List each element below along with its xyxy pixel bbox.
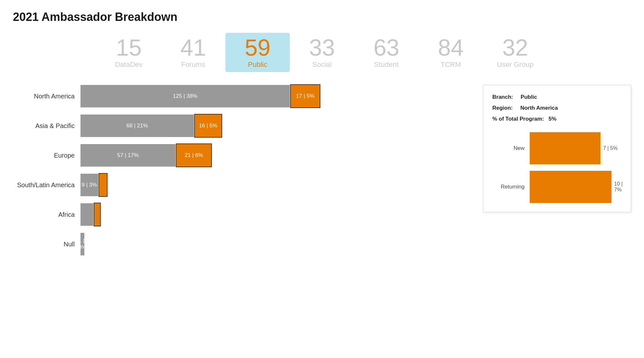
nav-number-social: 33 xyxy=(309,36,335,59)
bar-orange[interactable] xyxy=(94,203,100,226)
branch-value: Public xyxy=(521,94,537,100)
nav-item-usergroup[interactable]: 32 User Group xyxy=(483,33,547,72)
nav-item-student[interactable]: 63 Student xyxy=(354,33,419,72)
branch-label: Branch: xyxy=(492,94,513,100)
nav-label-student: Student xyxy=(374,60,399,69)
tooltip-new-value: 7 | 5% xyxy=(603,145,618,151)
bar-gray[interactable]: 1 | 0% xyxy=(80,233,84,255)
bar-container: 9 | 3% xyxy=(80,174,470,196)
bar-container xyxy=(80,203,470,226)
nav-number-tcrm: 84 xyxy=(438,36,464,59)
tooltip-returning-value: 10 | 7% xyxy=(614,181,630,193)
tooltip-new-label: New xyxy=(492,145,525,151)
nav-number-usergroup: 32 xyxy=(502,36,528,59)
bar-region-label: Europe xyxy=(13,152,80,159)
nav-number-datadev: 15 xyxy=(116,36,142,59)
bar-orange[interactable] xyxy=(99,174,107,196)
bar-row: Asia & Pacific68 | 21%16 | 5% xyxy=(13,115,470,137)
nav-number-public: 59 xyxy=(245,36,270,59)
tooltip-info: Branch: Public Region: North America % o… xyxy=(492,92,622,124)
region-value: North America xyxy=(520,105,558,111)
bar-orange[interactable]: 21 | 6% xyxy=(176,144,211,167)
tooltip-section: Branch: Public Region: North America % o… xyxy=(483,85,631,212)
bar-row: North America125 | 38%17 | 5% xyxy=(13,85,470,107)
bar-gray[interactable] xyxy=(80,203,93,226)
bar-gray[interactable]: 68 | 21% xyxy=(80,115,194,137)
bar-container: 1 | 0% xyxy=(80,233,470,255)
page-title: 2021 Ambassador Breakdown xyxy=(13,10,631,24)
nav-label-forums: Forums xyxy=(181,60,205,69)
nav-item-forums[interactable]: 41 Forums xyxy=(161,33,225,72)
nav-item-datadev[interactable]: 15 DataDev xyxy=(97,33,161,72)
pct-value: 5% xyxy=(548,116,556,122)
region-label: Region: xyxy=(492,105,513,111)
tooltip-returning-label: Returning xyxy=(492,184,525,190)
top-navigation: 15 DataDev 41 Forums 59 Public 33 Social… xyxy=(13,33,631,72)
nav-number-student: 63 xyxy=(374,36,399,59)
nav-label-public: Public xyxy=(248,60,267,69)
bar-container: 125 | 38%17 | 5% xyxy=(80,85,470,107)
bar-gray[interactable]: 125 | 38% xyxy=(80,85,290,107)
bar-region-label: South/Latin America xyxy=(13,181,80,189)
bars-section: North America125 | 38%17 | 5%Asia & Paci… xyxy=(13,85,470,262)
nav-label-usergroup: User Group xyxy=(497,60,534,69)
bar-orange[interactable]: 16 | 5% xyxy=(195,115,222,137)
tooltip-new-row: New 7 | 5% xyxy=(492,132,622,164)
tooltip-returning-bar xyxy=(530,171,611,203)
tooltip-returning-row: Returning 10 | 7% xyxy=(492,171,622,203)
bar-gray[interactable]: 9 | 3% xyxy=(80,174,98,196)
bar-container: 68 | 21%16 | 5% xyxy=(80,115,470,137)
nav-item-social[interactable]: 33 Social xyxy=(290,33,354,72)
nav-label-datadev: DataDev xyxy=(115,60,143,69)
bar-region-label: Null xyxy=(13,241,80,248)
bar-region-label: Africa xyxy=(13,211,80,218)
nav-number-forums: 41 xyxy=(180,36,206,59)
nav-label-social: Social xyxy=(312,60,332,69)
tooltip-bars: New 7 | 5% Returning 10 | 7% xyxy=(492,132,622,203)
bar-row: Null1 | 0% xyxy=(13,233,470,255)
tooltip-new-bar xyxy=(530,132,601,164)
nav-label-tcrm: TCRM xyxy=(440,60,461,69)
nav-item-tcrm[interactable]: 84 TCRM xyxy=(419,33,483,72)
tooltip-box: Branch: Public Region: North America % o… xyxy=(483,85,631,212)
bar-region-label: North America xyxy=(13,93,80,100)
bar-row: South/Latin America9 | 3% xyxy=(13,174,470,196)
bar-gray[interactable]: 57 | 17% xyxy=(80,144,175,167)
bar-row: Europe57 | 17%21 | 6% xyxy=(13,144,470,167)
chart-area: North America125 | 38%17 | 5%Asia & Paci… xyxy=(13,85,631,262)
bar-row: Africa xyxy=(13,203,470,226)
bar-orange[interactable]: 17 | 5% xyxy=(291,85,320,107)
nav-item-public[interactable]: 59 Public xyxy=(225,33,290,72)
bar-container: 57 | 17%21 | 6% xyxy=(80,144,470,167)
pct-label: % of Total Program: xyxy=(492,116,544,122)
bar-region-label: Asia & Pacific xyxy=(13,122,80,130)
